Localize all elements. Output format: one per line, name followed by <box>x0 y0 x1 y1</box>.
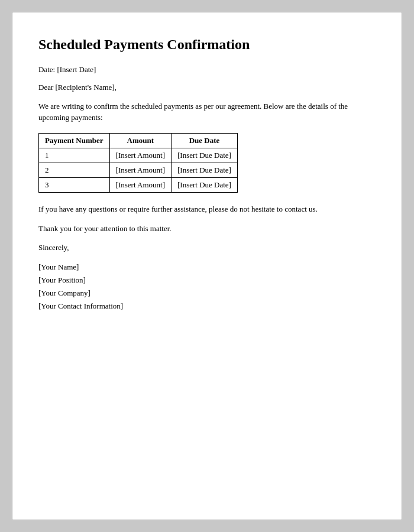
signature-block: [Your Name] [Your Position] [Your Compan… <box>38 261 376 313</box>
table-header-row: Payment Number Amount Due Date <box>39 133 238 148</box>
cell-due-date: [Insert Due Date] <box>171 148 237 163</box>
cell-amount: [Insert Amount] <box>109 163 171 177</box>
payment-table: Payment Number Amount Due Date 1[Insert … <box>38 133 238 193</box>
cell-payment-number: 3 <box>39 177 110 192</box>
body-paragraph: We are writing to confirm the scheduled … <box>38 100 376 124</box>
date-line: Date: [Insert Date] <box>38 65 376 74</box>
signature-position: [Your Position] <box>38 274 376 287</box>
cell-amount: [Insert Amount] <box>109 177 171 192</box>
col-header-amount: Amount <box>109 133 171 148</box>
cell-payment-number: 2 <box>39 163 110 177</box>
cell-payment-number: 1 <box>39 148 110 163</box>
signature-name: [Your Name] <box>38 261 376 274</box>
col-header-payment-number: Payment Number <box>39 133 110 148</box>
closing: Sincerely, <box>38 243 376 252</box>
table-row: 1[Insert Amount][Insert Due Date] <box>39 148 238 163</box>
signature-company: [Your Company] <box>38 287 376 300</box>
table-row: 2[Insert Amount][Insert Due Date] <box>39 163 238 177</box>
thank-you-text: Thank you for your attention to this mat… <box>38 223 376 235</box>
salutation: Dear [Recipient's Name], <box>38 83 376 92</box>
cell-due-date: [Insert Due Date] <box>171 163 237 177</box>
cell-due-date: [Insert Due Date] <box>171 177 237 192</box>
col-header-due-date: Due Date <box>171 133 237 148</box>
signature-contact: [Your Contact Information] <box>38 300 376 313</box>
cell-amount: [Insert Amount] <box>109 148 171 163</box>
document-title: Scheduled Payments Confirmation <box>38 36 376 53</box>
contact-text: If you have any questions or require fur… <box>38 203 376 215</box>
table-row: 3[Insert Amount][Insert Due Date] <box>39 177 238 192</box>
document-container: Scheduled Payments Confirmation Date: [I… <box>12 12 402 520</box>
